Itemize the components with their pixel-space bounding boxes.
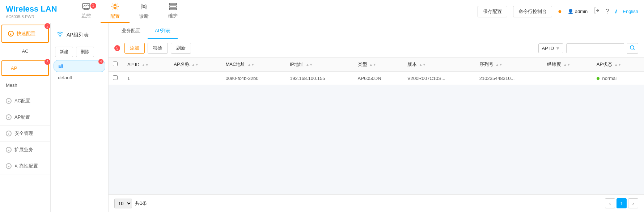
sidebar-item-extend[interactable]: ▶ 扩展业务: [0, 142, 50, 158]
th-ip[interactable]: IP地址 ▲▼: [285, 58, 353, 72]
sidebar-nav: ▶ AC配置 ▶ AP配置 ▶ 安全管理 ▶ 扩展业务 ▶ 可靠性配置: [0, 93, 50, 174]
tab-ap-list-label: AP列表: [155, 28, 170, 33]
sidebar-item-reliable[interactable]: ▶ 可靠性配置: [0, 158, 50, 174]
sidebar-item-ap[interactable]: AP 3: [1, 60, 49, 76]
th-ap-name-label: AP名称: [174, 62, 189, 67]
sort-longitude-icon: ▲▼: [563, 63, 571, 67]
security-icon: ▶: [6, 131, 12, 136]
cell-ap-id: 1: [123, 72, 169, 85]
search-icon: [630, 45, 635, 50]
user-icon: 👤: [568, 9, 573, 14]
add-badge: 5: [114, 45, 120, 51]
quick-config-icon: [8, 31, 14, 37]
table-body: 1 00e0-fc4b-32b0 192.168.100.155 AP6050D…: [109, 72, 644, 85]
status-text: normal: [602, 76, 617, 81]
group-item-all[interactable]: all 4: [54, 60, 105, 72]
th-ap-id-label: AP ID: [127, 62, 140, 67]
group-item-default[interactable]: default: [54, 72, 105, 83]
content-toolbar: 5 添加 移除 刷新 AP ID ▼: [109, 39, 644, 58]
tab-service[interactable]: 业务配置: [114, 23, 148, 39]
user-info[interactable]: 👤 admin: [568, 9, 588, 14]
nav-config[interactable]: 配置: [101, 0, 130, 23]
cell-longitude: [543, 72, 592, 85]
main-layout: 快速配置 2 AC AP 3 Mesh ▶ AC配置 ▶ AP配置 ▶ 安全管理: [0, 23, 644, 212]
help-icon[interactable]: ?: [606, 8, 609, 15]
extend-icon: ▶: [6, 147, 12, 153]
second-sidebar: AP组列表 新建 删除 all 4 default: [51, 23, 109, 212]
sort-status-icon: ▲▼: [614, 63, 622, 67]
add-ap-button[interactable]: 添加: [124, 43, 145, 54]
svg-rect-10: [169, 3, 177, 5]
delete-group-button[interactable]: 删除: [76, 47, 94, 57]
sidebar-item-ap-config[interactable]: ▶ AP配置: [0, 109, 50, 126]
row-checkbox-cell: [109, 72, 123, 85]
sidebar-item-mesh[interactable]: Mesh: [0, 77, 50, 93]
group-all-label: all: [58, 63, 63, 69]
brand-subtitle: AC6005-8-PWR: [6, 14, 57, 19]
group-list: all 4 default: [51, 60, 108, 83]
nav-diagnose[interactable]: 诊断: [130, 0, 158, 23]
cell-status: normal: [592, 72, 644, 85]
search-button[interactable]: [627, 43, 638, 54]
th-ip-label: IP地址: [290, 62, 304, 67]
monitor-icon: [82, 3, 90, 12]
cmd-console-button[interactable]: 命令行控制台: [513, 6, 552, 17]
remove-ap-button[interactable]: 移除: [148, 43, 168, 54]
nav-config-label: 配置: [110, 13, 120, 20]
th-ap-name[interactable]: AP名称 ▲▼: [169, 58, 221, 72]
th-type[interactable]: 类型 ▲▼: [353, 58, 403, 72]
nav-monitor[interactable]: 监控 1: [72, 0, 101, 23]
tab-ap-list[interactable]: AP列表: [148, 23, 178, 39]
svg-point-4: [114, 5, 116, 8]
cell-version: V200R007C10S...: [403, 72, 475, 85]
prev-page-button[interactable]: ‹: [605, 198, 615, 208]
ac-config-label: AC配置: [14, 98, 30, 104]
nav-maintain[interactable]: 维护: [158, 0, 187, 23]
th-mac[interactable]: MAC地址 ▲▼: [221, 58, 285, 72]
page-size-select[interactable]: 10 20 50: [114, 199, 132, 208]
info-icon[interactable]: i: [615, 8, 617, 15]
page-1-button[interactable]: 1: [617, 198, 627, 208]
next-page-button[interactable]: ›: [628, 198, 638, 208]
search-input[interactable]: [566, 43, 624, 53]
maintain-icon: [169, 3, 177, 12]
sort-serial-icon: ▲▼: [495, 63, 503, 67]
select-all-checkbox[interactable]: [113, 62, 118, 66]
language-btn[interactable]: English: [623, 9, 638, 14]
sort-mac-icon: ▲▼: [247, 63, 255, 67]
save-config-button[interactable]: 保存配置: [478, 6, 507, 17]
row-checkbox[interactable]: [113, 75, 118, 80]
search-area: AP ID ▼: [538, 43, 638, 54]
th-longitude[interactable]: 经纬度 ▲▼: [543, 58, 592, 72]
extend-label: 扩展业务: [14, 147, 33, 153]
sidebar-item-security[interactable]: ▶ 安全管理: [0, 126, 50, 142]
page-nav: ‹ 1 ›: [605, 198, 638, 208]
th-version[interactable]: 版本 ▲▼: [403, 58, 475, 72]
th-serial-label: 序列号: [479, 62, 493, 67]
sort-type-icon: ▲▼: [369, 63, 376, 67]
sidebar-item-quick[interactable]: 快速配置 2: [1, 25, 49, 43]
sidebar-item-ac-config[interactable]: ▶ AC配置: [0, 93, 50, 109]
th-status[interactable]: AP状态 ▲▼: [592, 58, 644, 72]
sidebar-item-ac[interactable]: AC: [0, 43, 50, 59]
status-dot: [597, 77, 599, 80]
cell-type: AP6050DN: [353, 72, 403, 85]
th-serial[interactable]: 序列号 ▲▼: [475, 58, 543, 72]
table-row[interactable]: 1 00e0-fc4b-32b0 192.168.100.155 AP6050D…: [109, 72, 644, 85]
brand-wireless: Wireless: [6, 4, 41, 13]
search-select-label: AP ID: [542, 46, 554, 51]
wifi-icon: [56, 30, 64, 39]
ap-table: AP ID ▲▼ AP名称 ▲▼ MAC地址 ▲▼ IP地址: [109, 58, 644, 85]
refresh-button[interactable]: 刷新: [171, 43, 191, 54]
search-select[interactable]: AP ID ▼: [538, 43, 563, 53]
new-group-button[interactable]: 新建: [55, 47, 73, 57]
nav-monitor-label: 监控: [81, 12, 91, 19]
sort-ip-icon: ▲▼: [306, 63, 313, 67]
sidebar-quick-label: 快速配置: [17, 30, 35, 37]
ap-group-title: AP组列表: [51, 26, 108, 44]
svg-point-14: [59, 35, 61, 37]
logout-icon[interactable]: [593, 7, 600, 16]
th-ap-id[interactable]: AP ID ▲▼: [123, 58, 169, 72]
ap-config-icon: ▶: [6, 114, 12, 120]
th-type-label: 类型: [358, 62, 367, 67]
